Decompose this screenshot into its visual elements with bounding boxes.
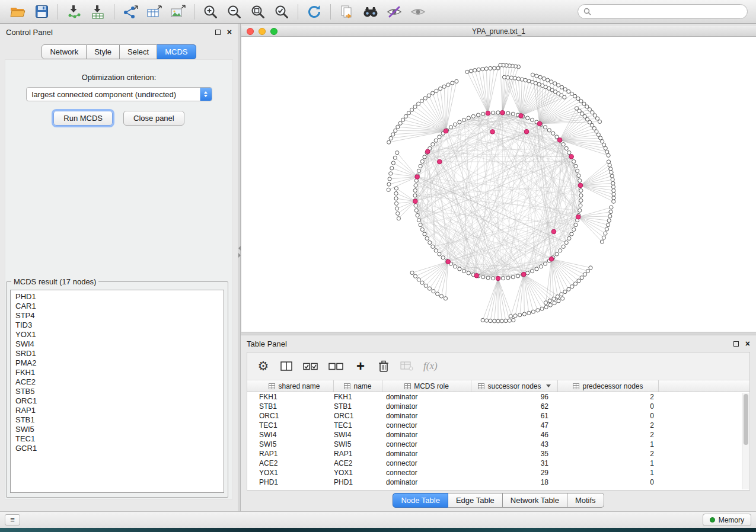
network-node[interactable] [576,97,580,100]
open-file-button[interactable] [6,2,30,22]
network-node[interactable] [431,91,435,95]
network-node[interactable] [417,219,420,222]
network-node[interactable] [524,129,529,134]
network-node[interactable] [462,118,465,121]
task-history-button[interactable]: ≡ [5,514,20,525]
network-node[interactable] [530,118,534,121]
network-node[interactable] [446,259,451,264]
network-node[interactable] [573,282,577,286]
mcds-result-item[interactable]: SRD1 [11,349,224,358]
network-node[interactable] [513,314,517,318]
mcds-result-item[interactable]: RAP1 [11,406,224,415]
network-node[interactable] [424,284,428,287]
zoom-fit-button[interactable] [246,2,270,22]
network-node[interactable] [574,223,578,227]
network-node[interactable] [526,116,529,120]
network-node[interactable] [546,78,550,82]
table-row[interactable]: STB1STB1dominator620 [247,402,749,411]
network-node[interactable] [485,319,489,322]
network-node[interactable] [496,276,500,281]
network-node[interactable] [609,210,613,213]
network-node[interactable] [579,188,583,192]
network-node[interactable] [519,114,524,118]
table-row[interactable]: RAP1RAP1dominator352 [247,449,749,459]
tab-mcds[interactable]: MCDS [157,44,196,59]
network-node[interactable] [481,318,484,322]
search-input[interactable] [595,7,742,17]
network-node[interactable] [605,150,609,153]
network-node[interactable] [572,227,576,231]
network-node[interactable] [439,294,443,298]
network-node[interactable] [414,204,417,207]
network-node[interactable] [527,311,531,315]
network-node[interactable] [610,174,614,178]
network-node[interactable] [474,273,479,278]
tab-node-table[interactable]: Node Table [393,493,448,508]
network-node[interactable] [578,179,582,182]
network-node[interactable] [608,214,612,218]
run-mcds-button[interactable]: Run MCDS [53,111,113,126]
mcds-result-item[interactable]: PMA2 [11,358,224,368]
network-node[interactable] [438,135,441,139]
network-node[interactable] [484,67,488,70]
network-node[interactable] [543,126,547,129]
network-node[interactable] [548,299,551,303]
network-node[interactable] [423,97,427,100]
network-node[interactable] [550,80,553,84]
network-node[interactable] [387,140,391,144]
network-node[interactable] [428,287,431,290]
network-node[interactable] [544,305,548,309]
network-node[interactable] [576,214,580,219]
network-node[interactable] [506,276,510,280]
minimize-window-icon[interactable] [259,28,266,35]
network-node[interactable] [567,236,571,240]
network-node[interactable] [542,77,546,81]
network-node[interactable] [576,169,579,172]
network-node[interactable] [551,229,556,234]
network-node[interactable] [393,156,397,159]
network-node[interactable] [477,68,480,71]
network-node[interactable] [425,236,429,240]
network-node[interactable] [410,271,414,274]
network-canvas[interactable] [241,37,756,332]
network-node[interactable] [437,159,442,164]
network-node[interactable] [551,132,555,135]
float-table-panel-button[interactable] [733,341,739,347]
scrollbar-thumb[interactable] [744,394,748,445]
network-node[interactable] [389,172,393,175]
network-node[interactable] [413,105,417,108]
zoom-in-button[interactable] [199,2,222,22]
network-node[interactable] [500,319,503,323]
network-node[interactable] [387,188,390,191]
network-node[interactable] [449,126,452,129]
network-node[interactable] [414,209,418,212]
network-node[interactable] [404,114,407,118]
network-node[interactable] [560,293,563,296]
network-node[interactable] [407,111,410,115]
network-node[interactable] [465,70,469,73]
network-node[interactable] [577,174,580,177]
network-node[interactable] [610,171,613,174]
network-node[interactable] [579,204,582,207]
network-node[interactable] [388,177,391,181]
network-node[interactable] [569,154,574,159]
network-node[interactable] [458,120,461,124]
network-node[interactable] [417,102,420,105]
close-panel-action-button[interactable]: Close panel [123,111,184,126]
export-image-button[interactable] [166,2,190,22]
network-window-titlebar[interactable]: YPA_prune.txt_1 [241,26,756,37]
network-node[interactable] [567,150,571,154]
network-node[interactable] [420,281,424,284]
network-node[interactable] [394,201,398,205]
network-node[interactable] [611,181,615,185]
column-header-shared-name[interactable]: shared name [256,380,334,392]
network-node[interactable] [570,232,573,236]
zoom-selected-button[interactable] [270,2,294,22]
network-node[interactable] [543,262,547,265]
network-node[interactable] [387,182,391,186]
new-network-from-selection-button[interactable] [335,2,359,22]
network-node[interactable] [492,66,496,70]
network-node[interactable] [511,112,515,116]
network-node[interactable] [511,275,515,279]
network-node[interactable] [567,89,570,93]
